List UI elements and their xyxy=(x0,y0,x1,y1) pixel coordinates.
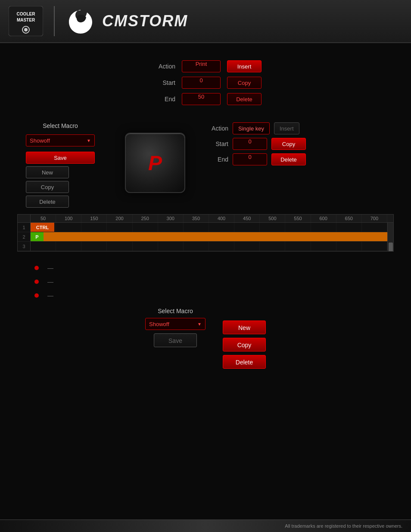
start-input[interactable]: 0 xyxy=(182,77,221,89)
footer-text: All trademarks are registered to their r… xyxy=(285,523,402,529)
right-end-input[interactable]: 0 xyxy=(233,153,267,165)
insert-button-right[interactable]: Insert xyxy=(274,122,299,134)
bullet-dash-1: — xyxy=(47,264,53,271)
tick-450: 450 xyxy=(234,215,260,222)
timeline-header: 50 100 150 200 250 300 350 400 450 500 5… xyxy=(18,215,393,223)
timeline: 50 100 150 200 250 300 350 400 450 500 5… xyxy=(17,214,394,252)
delete-macro-button[interactable]: Delete xyxy=(26,196,69,208)
copy-button-top[interactable]: Copy xyxy=(227,77,262,89)
bottom-new-button[interactable]: New xyxy=(223,320,266,334)
scrollbar-thumb[interactable] xyxy=(389,243,393,252)
middle-section: Select Macro Showoff ▼ Save New Copy Del… xyxy=(17,118,394,208)
bottom-dropdown-arrow: ▼ xyxy=(197,322,202,327)
top-panel: Action Print Insert Start 0 Copy End 50 … xyxy=(17,60,394,105)
p-block: P xyxy=(31,232,44,241)
right-panel: Action Single key Insert Start 0 Copy En… xyxy=(207,118,336,208)
svg-point-4 xyxy=(24,28,28,31)
macro-select-dropdown[interactable]: Showoff ▼ xyxy=(26,134,95,146)
bottom-buttons-section: New Copy Delete xyxy=(223,320,266,369)
timeline-row-1: 1 CTRL xyxy=(18,223,393,232)
select-macro-label: Select Macro xyxy=(43,122,78,129)
new-macro-button[interactable]: New xyxy=(26,166,69,178)
right-action-row: Action Single key Insert xyxy=(207,122,336,134)
right-start-input[interactable]: 0 xyxy=(233,138,267,150)
bullet-dot-2 xyxy=(34,280,39,284)
scrollbar-header-space xyxy=(387,215,393,222)
track-cells-3 xyxy=(31,242,387,251)
main-content: Action Print Insert Start 0 Copy End 50 … xyxy=(0,43,411,377)
bullet-item-3: — xyxy=(34,292,394,299)
ctrl-block: CTRL xyxy=(31,223,54,232)
header-divider xyxy=(54,6,55,36)
action-input[interactable]: Print xyxy=(182,60,221,72)
delete-button-right[interactable]: Delete xyxy=(271,153,306,165)
tick-350: 350 xyxy=(184,215,209,222)
dropdown-arrow-icon: ▼ xyxy=(87,138,91,143)
footer: All trademarks are registered to their r… xyxy=(0,520,411,532)
ctrl-label: CTRL xyxy=(36,225,49,230)
tick-50: 50 xyxy=(31,215,56,222)
right-end-label: End xyxy=(207,156,228,163)
bottom-delete-button[interactable]: Delete xyxy=(223,355,266,369)
start-row: Start 0 Copy xyxy=(149,77,262,89)
tick-300: 300 xyxy=(158,215,184,222)
track-num-3: 3 xyxy=(18,242,31,251)
tick-600: 600 xyxy=(311,215,336,222)
tick-500: 500 xyxy=(260,215,285,222)
logo-area: COOLER MASTER CMSTORM xyxy=(9,6,188,36)
left-panel: Select Macro Showoff ▼ Save New Copy Del… xyxy=(17,118,103,208)
scrollbar-right-3[interactable] xyxy=(387,242,393,251)
timeline-row-3: 3 xyxy=(18,242,393,251)
cooler-master-logo: COOLER MASTER xyxy=(9,6,43,36)
cm-swirl-icon xyxy=(65,6,96,36)
key-letter: P xyxy=(148,151,162,175)
bottom-copy-button[interactable]: Copy xyxy=(223,338,266,352)
action-label: Action xyxy=(149,63,175,70)
macro-select-value: Showoff xyxy=(30,137,50,144)
end-label: End xyxy=(149,96,175,103)
cmstorm-text: CMSTORM xyxy=(102,12,188,30)
bottom-macro-value: Showoff xyxy=(149,321,169,327)
right-action-label: Action xyxy=(207,125,228,132)
timeline-row-num-header xyxy=(18,215,31,222)
key-display-area: P xyxy=(112,118,198,208)
tick-650: 650 xyxy=(336,215,362,222)
end-input[interactable]: 50 xyxy=(182,93,221,105)
insert-button-top[interactable]: Insert xyxy=(227,60,262,72)
header: COOLER MASTER CMSTORM xyxy=(0,0,411,43)
scrollbar-right-2 xyxy=(387,232,393,241)
copy-button-right[interactable]: Copy xyxy=(271,138,306,150)
tick-200: 200 xyxy=(107,215,132,222)
svg-text:MASTER: MASTER xyxy=(17,18,35,22)
right-end-row: End 0 Delete xyxy=(207,153,336,165)
bottom-macro-select[interactable]: Showoff ▼ xyxy=(145,318,206,330)
action-row: Action Print Insert xyxy=(149,60,262,72)
track-num-2: 2 xyxy=(18,232,31,241)
bottom-panel: Select Macro Showoff ▼ Save New Copy Del… xyxy=(17,308,394,369)
timeline-wrapper: 50 100 150 200 250 300 350 400 450 500 5… xyxy=(17,214,394,252)
tick-700: 700 xyxy=(362,215,387,222)
end-row: End 50 Delete xyxy=(149,93,262,105)
save-macro-button[interactable]: Save xyxy=(26,152,95,164)
scrollbar-right-1 xyxy=(387,223,393,232)
single-key-button[interactable]: Single key xyxy=(233,122,270,134)
bottom-select-macro-label: Select Macro xyxy=(158,308,193,314)
p-label: P xyxy=(35,234,38,240)
key-display: P xyxy=(125,133,185,193)
right-start-row: Start 0 Copy xyxy=(207,138,336,150)
tick-400: 400 xyxy=(209,215,234,222)
delete-button-top[interactable]: Delete xyxy=(227,93,262,105)
timeline-row-2: 2 P xyxy=(18,232,393,242)
macro-buttons: Save New Copy Delete xyxy=(26,152,95,208)
svg-text:COOLER: COOLER xyxy=(17,12,36,16)
start-label: Start xyxy=(149,79,175,86)
right-start-label: Start xyxy=(207,140,228,147)
bullet-dot-1 xyxy=(34,266,39,270)
track-num-1: 1 xyxy=(18,223,31,232)
bullet-dash-3: — xyxy=(47,292,53,299)
bullet-section: — — — xyxy=(17,264,394,299)
bottom-save-button[interactable]: Save xyxy=(154,333,197,347)
track-cells-2: P xyxy=(31,232,387,241)
bullet-dash-2: — xyxy=(47,278,53,285)
copy-macro-button[interactable]: Copy xyxy=(26,181,69,193)
